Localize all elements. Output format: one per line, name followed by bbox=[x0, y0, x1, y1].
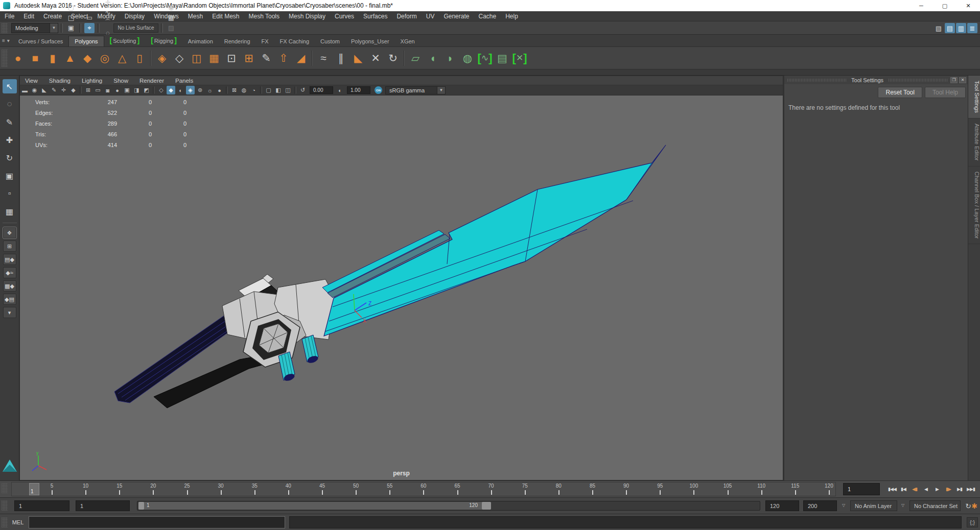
anim-layer-dropdown[interactable]: No Anim Layer bbox=[850, 500, 897, 511]
film-gate-icon[interactable]: ▭ bbox=[94, 86, 102, 94]
script-editor-icon[interactable]: {;} bbox=[967, 517, 978, 527]
uv-editor-icon[interactable]: ▤ bbox=[494, 50, 511, 67]
target-weld-icon[interactable]: ✕ bbox=[367, 50, 384, 67]
boolean-icon[interactable]: ⊡ bbox=[223, 50, 240, 67]
go-to-end-button[interactable]: ▶▶▮ bbox=[966, 483, 976, 495]
exposure-field[interactable]: 0.00 bbox=[310, 86, 333, 94]
open-scene-icon[interactable]: ◳ bbox=[66, 13, 76, 23]
bevel-icon[interactable]: ◢ bbox=[292, 50, 310, 67]
crease-icon[interactable]: ◣ bbox=[349, 50, 367, 67]
go-to-start-button[interactable]: ▮◀◀ bbox=[887, 483, 897, 495]
shelf-tab[interactable]: FX bbox=[256, 36, 274, 46]
chevron-down-icon[interactable]: ▽ bbox=[901, 503, 904, 508]
exposure-icon[interactable]: ↺ bbox=[298, 86, 307, 94]
separate-icon[interactable]: ◇ bbox=[171, 50, 188, 67]
select-object-icon[interactable]: ⌖ bbox=[84, 23, 95, 33]
shelf-tab[interactable]: Curves / Surfaces bbox=[13, 36, 68, 46]
shelf-tab[interactable]: Animation bbox=[182, 36, 219, 46]
playback-range-bar[interactable]: 1 120 bbox=[138, 502, 491, 510]
lasso-tool[interactable]: ◌ bbox=[3, 97, 17, 111]
close-button[interactable]: ✕ bbox=[956, 0, 980, 11]
automatic-mapping-icon[interactable]: ◍ bbox=[459, 50, 476, 67]
sidebar-tab[interactable]: Attribute Editor bbox=[968, 118, 980, 166]
use-default-material-icon[interactable]: ◈ bbox=[186, 86, 195, 94]
cut-sew-uv-icon[interactable]: ✕ bbox=[511, 50, 528, 67]
current-time-marker[interactable]: 1 bbox=[29, 483, 39, 495]
spherical-mapping-icon[interactable]: ◗ bbox=[441, 50, 459, 67]
range-bar-grip[interactable] bbox=[2, 500, 8, 511]
color-management-toggle[interactable]: ON bbox=[375, 86, 382, 94]
shelf-tab[interactable]: Custom bbox=[315, 36, 345, 46]
command-language-button[interactable]: MEL bbox=[9, 517, 27, 527]
spin-edge-icon[interactable]: ↻ bbox=[384, 50, 402, 67]
sidebar-tab[interactable]: Tool Settings bbox=[968, 76, 980, 118]
range-start-handle[interactable] bbox=[138, 502, 144, 510]
menu-item[interactable]: Mesh Display bbox=[284, 11, 330, 21]
image-plane-icon[interactable]: ✎ bbox=[50, 86, 58, 94]
status-line-grip[interactable] bbox=[2, 23, 8, 33]
poly-cube-icon[interactable]: ■ bbox=[27, 50, 44, 67]
close-icon[interactable]: ✕ bbox=[959, 77, 966, 83]
command-result-field[interactable] bbox=[289, 516, 962, 528]
edit-edge-flow-icon[interactable]: ≈ bbox=[315, 50, 332, 67]
isolate-select-icon[interactable]: ▢ bbox=[264, 86, 273, 94]
time-slider-grip[interactable] bbox=[2, 483, 8, 493]
panel-menu-item[interactable]: Show bbox=[108, 76, 134, 85]
menu-item[interactable]: Curves bbox=[330, 11, 359, 21]
tool-settings-header[interactable]: Tool Settings ❐ ✕ bbox=[784, 76, 968, 84]
animation-start-field[interactable]: 1 bbox=[14, 500, 69, 511]
select-tool[interactable]: ↖ bbox=[3, 79, 17, 93]
safe-action-icon[interactable]: ◨ bbox=[132, 86, 141, 94]
select-camera-icon[interactable]: ▬ bbox=[20, 86, 29, 94]
shadows-icon[interactable]: ⊛ bbox=[196, 86, 204, 94]
minimize-button[interactable]: ─ bbox=[909, 0, 933, 11]
oversampling-icon[interactable]: ◆ bbox=[69, 86, 78, 94]
chevron-down-icon[interactable]: ▽ bbox=[842, 503, 845, 508]
poly-prism-icon[interactable]: △ bbox=[113, 50, 131, 67]
poly-cylinder-icon[interactable]: ▮ bbox=[44, 50, 61, 67]
shelf-grip[interactable] bbox=[2, 50, 8, 67]
maximize-button[interactable]: ▢ bbox=[933, 0, 956, 11]
show-hide-ui-icon[interactable]: ▧ bbox=[934, 23, 944, 33]
perspective-viewport[interactable]: Z X ViewShadingLightingShowRendererPanel… bbox=[19, 76, 783, 480]
live-surface-field[interactable]: No Live Surface bbox=[113, 23, 158, 33]
render-view-icon[interactable]: ◉ bbox=[166, 3, 176, 13]
scale-tool[interactable]: ▣ bbox=[3, 168, 17, 183]
layout-single-pane[interactable]: ❖ bbox=[3, 227, 16, 238]
shelf-menu-icon[interactable]: ≡▾ bbox=[0, 35, 13, 46]
play-forwards-button[interactable]: ▶ bbox=[932, 483, 942, 495]
xray-icon[interactable]: ⊠ bbox=[230, 86, 239, 94]
menu-item[interactable]: Deform bbox=[392, 11, 421, 21]
snap-grid-icon[interactable]: ✛ bbox=[103, 0, 113, 8]
show-manipulator-tool[interactable]: ▦ bbox=[3, 204, 17, 219]
menu-item[interactable]: Create bbox=[39, 11, 66, 21]
menu-item[interactable]: Mesh Tools bbox=[244, 11, 284, 21]
soft-modification-tool[interactable]: ▫ bbox=[3, 186, 17, 201]
range-slider-groove[interactable]: 1 120 bbox=[137, 501, 760, 511]
menu-item[interactable]: UV bbox=[422, 11, 439, 21]
menu-item[interactable]: Mesh bbox=[183, 11, 207, 21]
snap-point-icon[interactable]: ⌒ bbox=[103, 18, 113, 28]
safe-title-icon[interactable]: ◩ bbox=[142, 86, 151, 94]
new-scene-icon[interactable]: ▢ bbox=[66, 3, 76, 13]
menu-item[interactable]: Edit bbox=[19, 11, 39, 21]
range-end-handle[interactable] bbox=[482, 502, 491, 510]
step-back-frame-button[interactable]: ▮◀ bbox=[898, 483, 908, 495]
layout-persp-graph[interactable]: ◆≈ bbox=[3, 267, 16, 278]
menu-item[interactable]: Cache bbox=[474, 11, 501, 21]
two-d-pan-zoom-icon[interactable]: ✛ bbox=[59, 86, 68, 94]
animation-preferences-icon[interactable]: ✱ bbox=[969, 500, 980, 512]
save-scene-icon[interactable]: ▣ bbox=[66, 23, 76, 33]
smooth-icon[interactable]: ▦ bbox=[205, 50, 223, 67]
xray-active-icon[interactable]: ◔ bbox=[249, 86, 258, 94]
panel-menu-item[interactable]: Renderer bbox=[134, 76, 170, 85]
poly-plane-icon[interactable]: ◆ bbox=[79, 50, 96, 67]
menu-item[interactable]: File bbox=[0, 11, 19, 21]
shelf-tab[interactable]: FX Caching bbox=[274, 36, 315, 46]
shelf-tab[interactable]: Rendering bbox=[219, 36, 256, 46]
shelf-tab[interactable]: Rigging bbox=[145, 34, 182, 46]
resolution-gate-icon[interactable]: ◙ bbox=[103, 86, 112, 94]
field-chart-icon[interactable]: ▣ bbox=[123, 86, 131, 94]
menu-item[interactable]: Generate bbox=[439, 11, 474, 21]
reset-tool-button[interactable]: Reset Tool bbox=[878, 87, 922, 98]
